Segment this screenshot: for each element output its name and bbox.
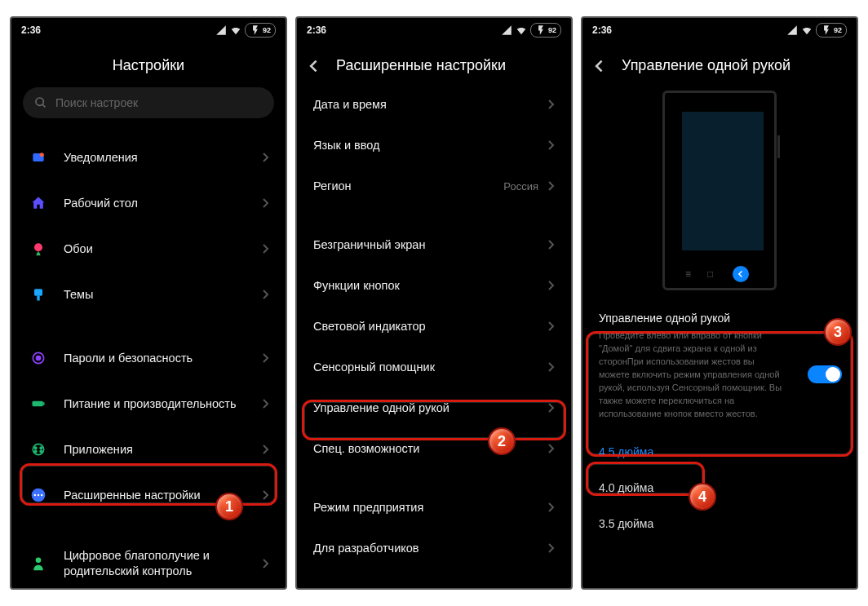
wifi-icon [801, 24, 813, 36]
svg-point-0 [36, 98, 43, 105]
row-label: Безграничный экран [313, 237, 547, 253]
svg-point-18 [38, 494, 40, 497]
row-battery[interactable]: Питание и производительность [11, 381, 286, 427]
screen-one-hand: 2:36 92 Управление одной рукой ≡ □ [581, 16, 858, 590]
header: Настройки [11, 42, 286, 84]
svg-point-12 [34, 447, 37, 449]
row-label: Приложения [64, 442, 261, 458]
option-4-5[interactable]: 4.5 дюйма [582, 434, 857, 470]
row-value: Россия [503, 180, 538, 192]
row-label: Рабочий стол [64, 196, 261, 211]
row-notifications[interactable]: Уведомления [11, 135, 286, 180]
chevron-right-icon [261, 152, 269, 163]
chevron-right-icon [261, 398, 269, 409]
row-themes[interactable]: Темы [11, 272, 286, 317]
row-led[interactable]: Световой индикатор [297, 306, 571, 347]
status-time: 2:36 [307, 24, 326, 36]
row-security[interactable]: Пароли и безопасность [11, 335, 286, 381]
row-digital-wellbeing[interactable]: Цифровое благополучие и родительский кон… [11, 536, 286, 590]
badge-2: 2 [488, 427, 516, 455]
row-label: Световой индикатор [313, 319, 547, 334]
row-label: Сенсорный помощник [313, 360, 547, 375]
row-accessibility[interactable]: Спец. возможности [297, 428, 571, 469]
row-region[interactable]: Регион Россия [297, 166, 571, 206]
svg-point-15 [40, 450, 42, 453]
notifications-icon [28, 147, 49, 168]
row-language[interactable]: Язык и ввод [297, 125, 571, 166]
row-fullscreen[interactable]: Безграничный экран [297, 224, 571, 265]
apps-icon [28, 439, 49, 460]
nav-home-icon: □ [707, 268, 713, 280]
row-label: Регион [313, 179, 503, 194]
battery-icon [28, 393, 49, 414]
screen-advanced: 2:36 92 Расширенные настройки Дата и вре… [295, 16, 573, 590]
chevron-right-icon [547, 402, 555, 414]
screen-settings: 2:36 92 Настройки Поиск настроек Уведомл… [10, 16, 287, 590]
flower-icon [28, 238, 49, 259]
chevron-right-icon [547, 361, 555, 373]
setting-title: Управление одной рукой [599, 312, 783, 325]
row-label: Язык и ввод [313, 138, 547, 153]
chevron-right-icon [261, 489, 269, 501]
svg-point-3 [40, 153, 44, 157]
signal-icon [786, 24, 798, 36]
svg-point-17 [34, 494, 37, 497]
status-bar: 2:36 92 [582, 18, 857, 42]
row-apps[interactable]: Приложения [11, 427, 286, 472]
row-label: Управление одной рукой [313, 400, 547, 416]
more-icon [28, 484, 49, 506]
chevron-right-icon [547, 180, 555, 192]
chevron-right-icon [261, 444, 269, 455]
svg-point-13 [40, 447, 42, 449]
search-placeholder: Поиск настроек [55, 96, 138, 109]
setting-desc: Проведите влево или вправо от кнопки "До… [599, 330, 783, 421]
chevron-right-icon [547, 280, 555, 291]
svg-point-14 [34, 450, 37, 453]
status-icons: 92 [786, 23, 847, 38]
row-datetime[interactable]: Дата и время [297, 84, 571, 125]
row-label: Пароли и безопасность [64, 351, 261, 366]
status-bar: 2:36 92 [297, 18, 571, 42]
chevron-right-icon [261, 558, 269, 569]
wifi-icon [230, 24, 241, 36]
nav-recents-icon: ≡ [685, 268, 691, 280]
chevron-right-icon [547, 321, 555, 332]
wellbeing-icon [28, 553, 49, 574]
nav-back-highlight [733, 266, 749, 282]
row-one-hand[interactable]: Управление одной рукой [297, 387, 571, 428]
row-developer[interactable]: Для разработчиков [297, 528, 571, 568]
option-4-0[interactable]: 4.0 дюйма [582, 470, 857, 506]
home-icon [28, 192, 49, 214]
back-button[interactable] [594, 58, 610, 74]
search-icon [34, 96, 47, 109]
chevron-right-icon [547, 502, 555, 513]
signal-icon [215, 24, 227, 36]
svg-point-11 [33, 444, 43, 454]
option-3-5[interactable]: 3.5 дюйма [582, 506, 857, 542]
row-desktop[interactable]: Рабочий стол [11, 180, 286, 226]
svg-point-8 [37, 356, 41, 361]
row-label: Питание и производительность [64, 396, 261, 412]
row-touch-assistant[interactable]: Сенсорный помощник [297, 347, 571, 387]
chevron-right-icon [547, 99, 555, 110]
battery-indicator: 92 [816, 23, 847, 38]
svg-point-20 [36, 557, 42, 563]
brush-icon [28, 284, 49, 305]
status-icons: 92 [215, 23, 276, 38]
option-label: 4.0 дюйма [599, 481, 653, 494]
battery-indicator: 92 [245, 23, 276, 38]
row-button-functions[interactable]: Функции кнопок [297, 265, 571, 306]
option-label: 4.5 дюйма [599, 445, 653, 458]
row-advanced[interactable]: Расширенные настройки [11, 472, 286, 518]
one-hand-toggle[interactable] [808, 365, 842, 383]
badge-4: 4 [689, 483, 716, 511]
row-label: Режим предприятия [313, 500, 547, 515]
chevron-right-icon [547, 239, 555, 250]
row-enterprise[interactable]: Режим предприятия [297, 487, 571, 528]
row-wallpaper[interactable]: Обои [11, 226, 286, 272]
back-button[interactable] [308, 58, 325, 74]
row-label: Обои [64, 241, 261, 257]
one-hand-preview: ≡ □ [662, 91, 777, 290]
search-input[interactable]: Поиск настроек [23, 87, 274, 118]
row-label: Темы [64, 287, 261, 303]
